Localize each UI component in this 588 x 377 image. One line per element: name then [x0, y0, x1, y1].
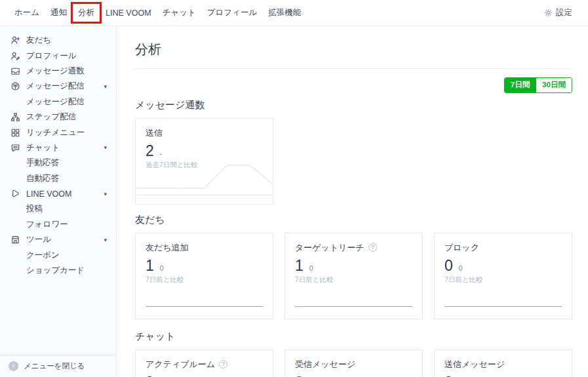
- help-icon[interactable]: ?: [368, 243, 377, 252]
- sidebar-item-label: プロフィール: [26, 50, 76, 62]
- sidebar-item-followers[interactable]: フォロワー: [0, 217, 116, 232]
- period-toggle: 7日間 30日間: [504, 77, 572, 93]
- person-edit-icon: [10, 51, 20, 61]
- chevron-down-icon[interactable]: ▾: [104, 191, 107, 197]
- card-value: 1: [295, 258, 304, 273]
- store-icon: [10, 235, 20, 245]
- sidebar-item-label: 投稿: [26, 203, 43, 214]
- card-delta: 0: [309, 264, 313, 272]
- sidebar-item-line-voom[interactable]: LINE VOOM ▾: [0, 186, 116, 201]
- sidebar-item-broadcast-sub[interactable]: メッセージ配信: [0, 94, 116, 109]
- sidebar-item-step-delivery[interactable]: ステップ配信: [0, 109, 116, 125]
- sidebar: 友だち プロフィール メッセージ通数 メッセージ配信 ▾ メッセージ配信 ステッ…: [0, 26, 117, 377]
- chevron-down-icon[interactable]: ▾: [104, 237, 107, 243]
- card-value: 2: [146, 143, 154, 159]
- chat-icon: [10, 143, 20, 153]
- voom-play-icon: [10, 189, 20, 199]
- sparkline-path: [136, 165, 273, 188]
- sidebar-item-label: ショップカード: [26, 265, 85, 276]
- trend-line: [146, 306, 263, 307]
- person-add-icon: [10, 35, 20, 45]
- nav-chat[interactable]: チャット: [163, 7, 196, 18]
- card-label: ブロック: [444, 242, 479, 254]
- sidebar-item-label: フォロワー: [26, 219, 68, 230]
- card-value: 0: [295, 374, 304, 377]
- sidebar-item-label: メッセージ通数: [26, 66, 85, 77]
- sidebar-item-label: チャット: [26, 142, 60, 153]
- stat-card-active-rooms: アクティブルーム ? 0 - 過去7日間と比較: [135, 349, 273, 377]
- card-label: 友だち追加: [146, 242, 189, 254]
- sidebar-item-manual-reply[interactable]: 手動応答: [0, 155, 116, 170]
- broadcast-icon: [10, 81, 20, 91]
- sidebar-item-shop-card[interactable]: ショップカード: [0, 263, 116, 278]
- trend-line: [444, 306, 562, 307]
- nav-analytics-label: 分析: [78, 8, 94, 17]
- chevron-left-circle-icon: ‹: [9, 361, 18, 371]
- card-label: 送信: [146, 127, 163, 139]
- stat-card-friends-added: 友だち追加 1 0 7日前と比較: [135, 233, 273, 319]
- page-title: 分析: [135, 41, 572, 58]
- card-value: 1: [146, 258, 154, 273]
- trend-line: [295, 306, 412, 307]
- top-nav: ホーム 通知 分析 LINE VOOM チャット プロフィール 拡張機能 設定: [0, 0, 588, 26]
- stat-card-received-messages: 受信メッセージ 0 - 過去7日間と比較: [284, 349, 423, 377]
- sidebar-item-tools[interactable]: ツール ▾: [0, 232, 116, 247]
- sidebar-item-label: メッセージ配信: [26, 81, 85, 92]
- sidebar-item-auto-reply[interactable]: 自動応答: [0, 171, 116, 186]
- nav-notifications[interactable]: 通知: [50, 7, 67, 18]
- sidebar-item-label: 友だち: [26, 35, 51, 46]
- close-menu-label: メニューを閉じる: [24, 361, 85, 371]
- card-delta: 0: [160, 264, 164, 272]
- sitemap-icon: [10, 112, 20, 122]
- card-value: 0: [146, 374, 154, 377]
- card-label: アクティブルーム: [146, 359, 215, 370]
- nav-analytics[interactable]: 分析: [78, 7, 94, 18]
- card-label: 送信メッセージ: [444, 359, 505, 370]
- sidebar-item-chat[interactable]: チャット ▾: [0, 140, 116, 155]
- sidebar-item-label: リッチメニュー: [26, 127, 85, 138]
- stat-card-target-reach: ターゲットリーチ ? 1 0 7日前と比較: [284, 233, 423, 319]
- chevron-down-icon[interactable]: ▾: [104, 83, 107, 90]
- sidebar-item-label: クーポン: [26, 250, 60, 261]
- card-compare-label: 7日前と比較: [444, 275, 562, 285]
- card-value: 0: [444, 374, 453, 377]
- help-icon[interactable]: ?: [219, 360, 227, 368]
- section-title-friends: 友だち: [135, 214, 572, 226]
- stat-card-blocks: ブロック 0 0 7日前と比較: [434, 233, 572, 319]
- sidebar-item-rich-menu[interactable]: リッチメニュー: [0, 125, 116, 140]
- sidebar-item-broadcast[interactable]: メッセージ配信 ▾: [0, 79, 116, 94]
- card-label: ターゲットリーチ: [295, 242, 364, 254]
- sidebar-item-profile[interactable]: プロフィール: [0, 48, 116, 63]
- sidebar-item-friends[interactable]: 友だち: [0, 33, 116, 48]
- sidebar-item-label: メッセージ配信: [26, 96, 85, 108]
- main-content: 分析 7日間 30日間 メッセージ通数 送信 2 - 過去7日間と比較: [117, 26, 588, 377]
- sidebar-item-label: 自動応答: [26, 173, 59, 184]
- sidebar-item-label: 手動応答: [26, 157, 59, 169]
- card-value: 0: [444, 258, 453, 273]
- nav-home[interactable]: ホーム: [14, 7, 39, 18]
- card-label: 受信メッセージ: [295, 359, 355, 370]
- settings-button[interactable]: 設定: [544, 7, 572, 18]
- sidebar-item-posts[interactable]: 投稿: [0, 201, 116, 216]
- title-divider: [135, 68, 572, 69]
- sent-sparkline: [136, 164, 273, 195]
- period-7days-button[interactable]: 7日間: [505, 78, 536, 92]
- period-30days-button[interactable]: 30日間: [536, 78, 572, 92]
- sidebar-item-coupons[interactable]: クーポン: [0, 247, 116, 262]
- inbox-icon: [10, 66, 20, 76]
- nav-profile[interactable]: プロフィール: [207, 7, 257, 18]
- sidebar-item-label: ツール: [26, 234, 51, 245]
- stat-card-sent-messages: 送信メッセージ 0 - 過去7日間と比較: [434, 349, 572, 377]
- card-compare-label: 7日前と比較: [146, 275, 263, 285]
- close-menu-button[interactable]: ‹ メニューを閉じる: [0, 355, 116, 377]
- section-title-message-count: メッセージ通数: [135, 99, 572, 111]
- card-delta: -: [160, 149, 163, 157]
- nav-extensions[interactable]: 拡張機能: [268, 7, 301, 18]
- sidebar-item-message-count[interactable]: メッセージ通数: [0, 64, 116, 79]
- nav-line-voom[interactable]: LINE VOOM: [106, 9, 151, 18]
- gear-icon: [544, 9, 553, 17]
- sidebar-item-label: ステップ配信: [26, 111, 76, 123]
- card-delta: 0: [459, 264, 463, 272]
- sidebar-item-label: LINE VOOM: [26, 189, 71, 199]
- chevron-down-icon[interactable]: ▾: [104, 144, 107, 151]
